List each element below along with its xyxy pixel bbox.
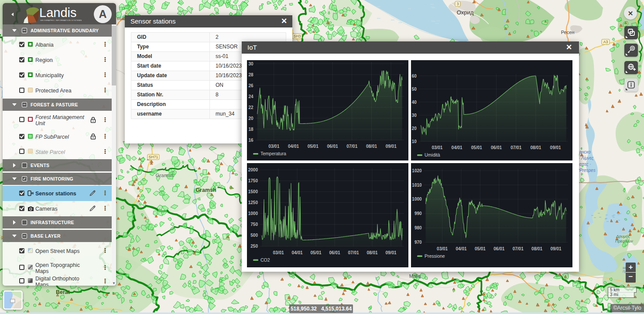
svg-text:Gramsh: Gramsh (195, 187, 216, 193)
svg-text:3: 3 (457, 2, 459, 6)
svg-text:Πρεσπών: Πρεσπών (615, 239, 633, 243)
svg-text:Δρυμός: Δρυμός (616, 234, 630, 239)
svg-text:Prespes: Prespes (579, 168, 596, 173)
svg-text:· Λίμνες: · Λίμνες (579, 156, 593, 160)
svg-text:Gramsh: Gramsh (156, 173, 174, 178)
svg-text:Berat: Berat (56, 289, 70, 295)
svg-text:·απες ·: ·απες · (578, 162, 591, 167)
svg-text:SH71: SH71 (149, 155, 158, 159)
svg-text:Ресен: Ресен (561, 30, 575, 35)
svg-text:Охрид: Охрид (457, 9, 474, 16)
svg-text:SH3: SH3 (294, 34, 301, 38)
svg-text:A3: A3 (603, 40, 608, 44)
svg-text:Maliq: Maliq (409, 273, 421, 279)
